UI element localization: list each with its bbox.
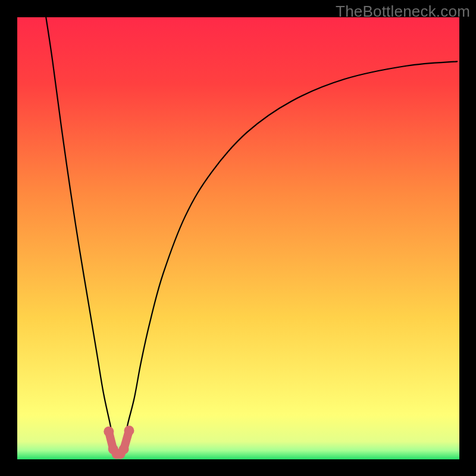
curve-marker (119, 444, 129, 454)
curve-marker (124, 425, 134, 436)
chart-frame: TheBottleneck.com (0, 0, 476, 476)
background-gradient (17, 17, 459, 459)
curve-marker (104, 427, 114, 437)
plot-area (17, 17, 459, 459)
watermark-text: TheBottleneck.com (336, 2, 470, 21)
chart-svg (17, 17, 459, 459)
